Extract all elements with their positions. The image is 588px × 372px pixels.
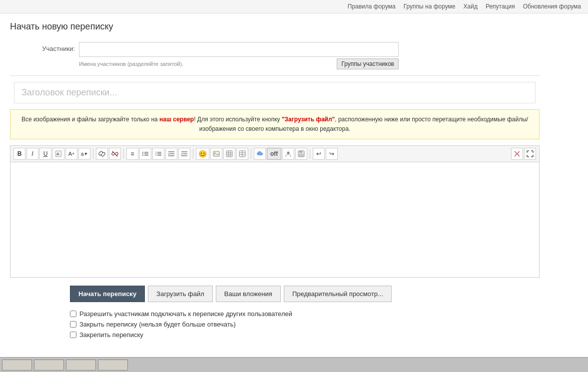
separator3 bbox=[193, 149, 193, 159]
table2-btn[interactable] bbox=[236, 148, 248, 160]
upload-file-btn[interactable]: Загрузить файл bbox=[148, 286, 213, 302]
font-color-btn[interactable]: A bbox=[52, 148, 64, 160]
participants-input[interactable] bbox=[79, 42, 399, 57]
svg-rect-23 bbox=[226, 151, 232, 157]
groups-link[interactable]: Группы на форуме bbox=[401, 2, 459, 11]
participants-input-wrapper: Имена участников (разделяйте запятой). Г… bbox=[79, 42, 399, 69]
start-conversation-btn[interactable]: Начать переписку bbox=[70, 286, 145, 302]
separator1 bbox=[93, 149, 93, 159]
close-conv-checkbox[interactable] bbox=[70, 321, 76, 328]
underline-btn[interactable]: U bbox=[39, 148, 51, 160]
font-size-down-btn[interactable]: a▼ bbox=[78, 148, 90, 160]
unlink-btn[interactable] bbox=[109, 148, 121, 160]
groups-button[interactable]: Группы участников bbox=[337, 58, 399, 69]
font-size-up-btn[interactable]: A+ bbox=[65, 148, 77, 160]
bold-btn[interactable]: B bbox=[13, 148, 25, 160]
ordered-list-btn[interactable]: 1. 2. 3. bbox=[152, 148, 164, 160]
top-navigation: Правила форума Группы на форуме Хайд Реп… bbox=[0, 0, 588, 13]
separator4 bbox=[251, 149, 251, 159]
user-btn[interactable] bbox=[282, 148, 294, 160]
divider bbox=[10, 75, 540, 76]
svg-point-32 bbox=[287, 152, 290, 154]
italic-btn[interactable]: I bbox=[26, 148, 38, 160]
preview-btn[interactable]: Предварительный просмотр... bbox=[284, 286, 392, 302]
participants-label: Участники: bbox=[30, 42, 75, 52]
pin-conv-row[interactable]: Закрепить переписку bbox=[70, 331, 540, 339]
off-btn[interactable]: off bbox=[267, 148, 281, 160]
svg-point-3 bbox=[142, 152, 143, 153]
editor-toolbar: B I U A A+ a▼ bbox=[10, 146, 539, 162]
outdent-btn[interactable] bbox=[165, 148, 177, 160]
svg-rect-21 bbox=[213, 151, 219, 156]
undo-btn[interactable]: ↩ bbox=[313, 148, 325, 160]
attachments-btn[interactable]: Ваши вложения bbox=[216, 286, 281, 302]
hide-link[interactable]: Хайд bbox=[461, 2, 481, 11]
reputation-link[interactable]: Репутация bbox=[483, 2, 518, 11]
editor-body[interactable] bbox=[10, 162, 539, 277]
svg-text:A: A bbox=[56, 152, 59, 156]
allow-invite-checkbox[interactable] bbox=[70, 311, 76, 317]
updates-link[interactable]: Обновления форума bbox=[520, 2, 584, 11]
bullet-list-btn[interactable] bbox=[139, 148, 151, 160]
close-conv-row[interactable]: Закрыть переписку (нельзя будет больше о… bbox=[70, 321, 540, 328]
page-title: Начать новую переписку bbox=[10, 21, 540, 32]
toolbar-right bbox=[511, 148, 536, 160]
cloud-btn[interactable] bbox=[254, 148, 266, 160]
svg-line-2 bbox=[112, 151, 117, 156]
emoji-btn[interactable]: 😊 bbox=[196, 148, 209, 160]
subject-wrapper bbox=[10, 82, 540, 103]
expand-btn[interactable] bbox=[524, 148, 536, 160]
pin-conv-checkbox[interactable] bbox=[70, 332, 76, 338]
svg-rect-34 bbox=[299, 151, 302, 153]
svg-text:3.: 3. bbox=[155, 154, 157, 156]
svg-point-5 bbox=[142, 153, 143, 154]
participants-hint: Имена участников (разделяйте запятой). Г… bbox=[79, 58, 399, 69]
save-disk-btn[interactable] bbox=[295, 148, 307, 160]
clear-format-btn[interactable] bbox=[511, 148, 523, 160]
separator5 bbox=[310, 149, 310, 159]
align-btn[interactable]: ≡ bbox=[126, 148, 138, 160]
table-btn[interactable] bbox=[223, 148, 235, 160]
participants-row: Участники: Имена участников (разделяйте … bbox=[10, 42, 540, 69]
image-btn[interactable] bbox=[210, 148, 222, 160]
indent-btn[interactable] bbox=[178, 148, 190, 160]
editor-container: B I U A A+ a▼ bbox=[10, 145, 540, 278]
main-content: Начать новую переписку Участники: Имена … bbox=[0, 13, 550, 347]
redo-btn[interactable]: ↪ bbox=[326, 148, 338, 160]
svg-point-7 bbox=[142, 155, 143, 156]
highlight-server: наш сервер bbox=[159, 116, 194, 123]
insert-link-btn[interactable] bbox=[96, 148, 108, 160]
allow-invite-row[interactable]: Разрешить участникам подключать к перепи… bbox=[70, 310, 540, 318]
rules-link[interactable]: Правила форума bbox=[345, 2, 399, 11]
separator2 bbox=[123, 149, 124, 159]
subject-input[interactable] bbox=[14, 82, 536, 103]
bottom-buttons: Начать переписку Загрузить файл Ваши вло… bbox=[10, 286, 540, 302]
highlight-upload: "Загрузить файл" bbox=[282, 116, 335, 123]
checkboxes-section: Разрешить участникам подключать к перепи… bbox=[10, 310, 540, 339]
warning-box: Все изображения и файлы загружайте тольк… bbox=[10, 109, 540, 139]
svg-rect-35 bbox=[299, 154, 303, 156]
